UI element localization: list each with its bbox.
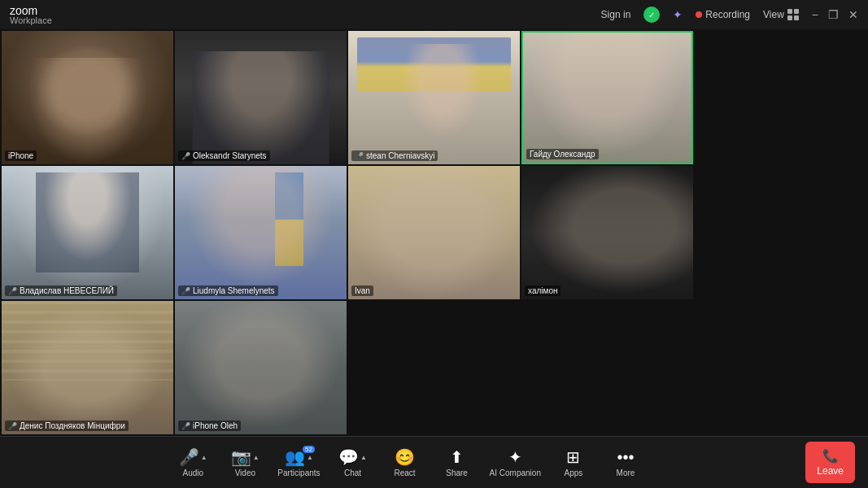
chat-icon: 💬 bbox=[338, 447, 359, 467]
participant-name-iphone: iPhone bbox=[5, 150, 37, 161]
participant-name-pozdnyakov: 🎤 Денис Поздняков Мінцифри bbox=[5, 420, 129, 431]
participant-cell-iphone: iPhone bbox=[2, 31, 173, 164]
toolbar: 🎤 ▲ Audio 📷 ▲ Video 👥 52 ▲ Participants … bbox=[0, 436, 868, 488]
leave-label: Leave bbox=[817, 465, 844, 477]
title-bar-right: Sign in ✓ ✦ Recording View − ❐ ✕ bbox=[601, 7, 858, 23]
audio-icon: 🎤 bbox=[179, 447, 199, 467]
title-bar: zoom Workplace Sign in ✓ ✦ Recording Vie… bbox=[0, 0, 868, 29]
app-logo: zoom Workplace bbox=[10, 5, 52, 25]
audio-button[interactable]: 🎤 ▲ Audio bbox=[168, 444, 217, 481]
minimize-button[interactable]: − bbox=[812, 8, 818, 21]
participants-chevron: ▲ bbox=[307, 454, 313, 461]
sparkle-icon: ✦ bbox=[673, 8, 683, 21]
participant-cell-iphone-oleh: 🎤 iPhone Oleh bbox=[175, 301, 347, 434]
participant-cell-nevesely: 🎤 Владислав НЕВЕСЕЛИЙ bbox=[2, 166, 173, 299]
grid-view-icon bbox=[787, 9, 799, 20]
participant-cell-pozdnyakov: 🎤 Денис Поздняков Мінцифри bbox=[2, 301, 173, 434]
participant-cell-shemelynets: 🎤 Liudmyla Shemelynets bbox=[175, 166, 347, 299]
toolbar-right: 📞 Leave bbox=[805, 442, 855, 483]
participant-cell-khalimon: халімон bbox=[521, 166, 693, 299]
mic-muted-icon2: 🎤 bbox=[355, 152, 364, 160]
apps-label: Apps bbox=[565, 468, 583, 477]
chat-chevron: ▲ bbox=[360, 454, 367, 461]
share-button[interactable]: ⬆ Share bbox=[433, 444, 482, 481]
react-label: React bbox=[395, 468, 416, 477]
participants-button[interactable]: 👥 52 ▲ Participants bbox=[273, 444, 325, 481]
restore-button[interactable]: ❐ bbox=[828, 8, 839, 21]
apps-icon: ⊞ bbox=[566, 447, 580, 467]
participant-name-haydu: Гайду Олександр bbox=[526, 149, 599, 159]
mic-muted-icon6: 🎤 bbox=[181, 422, 190, 430]
video-chevron: ▲ bbox=[253, 454, 260, 461]
more-button[interactable]: ••• More bbox=[601, 445, 650, 481]
participant-cell-ivan: Ivan bbox=[348, 166, 520, 299]
participants-label: Participants bbox=[277, 468, 320, 477]
participant-cell-starynets: 🎤 Oleksandr Starynets bbox=[175, 31, 347, 164]
mic-muted-icon: 🎤 bbox=[181, 152, 190, 160]
participant-name-khalimon: халімон bbox=[525, 285, 560, 296]
participant-name-cherniavskyi: 🎤 stean Cherniavskyi bbox=[351, 150, 438, 161]
recording-indicator: Recording bbox=[696, 9, 750, 20]
leave-button[interactable]: 📞 Leave bbox=[805, 442, 855, 483]
participant-name-nevesely: 🎤 Владислав НЕВЕСЕЛИЙ bbox=[5, 285, 117, 296]
apps-button[interactable]: ⊞ Apps bbox=[549, 444, 598, 481]
chat-button[interactable]: 💬 ▲ Chat bbox=[329, 444, 377, 481]
react-icon: 😊 bbox=[395, 447, 415, 467]
video-icon: 📷 bbox=[231, 447, 251, 467]
leave-icon: 📞 bbox=[822, 448, 839, 464]
view-button[interactable]: View bbox=[763, 9, 799, 20]
react-button[interactable]: 😊 React bbox=[381, 444, 430, 481]
close-button[interactable]: ✕ bbox=[848, 8, 858, 21]
security-shield-icon[interactable]: ✓ bbox=[643, 7, 660, 23]
mic-muted-icon4: 🎤 bbox=[181, 287, 190, 295]
participant-cell-empty4 bbox=[521, 301, 693, 434]
ai-companion-label: AI Companion bbox=[490, 468, 541, 477]
toolbar-items: 🎤 ▲ Audio 📷 ▲ Video 👥 52 ▲ Participants … bbox=[13, 444, 805, 481]
ai-companion-icon: ✦ bbox=[508, 447, 522, 467]
participant-name-iphone-oleh: 🎤 iPhone Oleh bbox=[178, 420, 241, 431]
mic-muted-icon3: 🎤 bbox=[8, 287, 17, 295]
audio-label: Audio bbox=[183, 468, 204, 477]
participant-name-shemelynets: 🎤 Liudmyla Shemelynets bbox=[178, 285, 278, 296]
video-button[interactable]: 📷 ▲ Video bbox=[220, 444, 269, 481]
video-grid: iPhone 🎤 Oleksandr Starynets 🎤 stean Che… bbox=[0, 29, 868, 436]
participant-cell-empty1 bbox=[695, 31, 866, 164]
window-controls: − ❐ ✕ bbox=[812, 8, 858, 21]
participant-cell-empty3 bbox=[348, 301, 520, 434]
audio-chevron: ▲ bbox=[201, 454, 207, 461]
more-icon: ••• bbox=[617, 448, 634, 467]
sign-in-button[interactable]: Sign in bbox=[601, 9, 631, 20]
chat-label: Chat bbox=[344, 468, 361, 477]
share-label: Share bbox=[446, 468, 468, 477]
participants-count-badge: 52 bbox=[303, 446, 315, 453]
mic-muted-icon5: 🎤 bbox=[8, 422, 17, 430]
zoom-logo-text: zoom Workplace bbox=[10, 5, 52, 25]
participant-name-starynets: 🎤 Oleksandr Starynets bbox=[178, 150, 270, 161]
share-icon: ⬆ bbox=[450, 447, 464, 467]
participant-cell-haydu: Гайду Олександр bbox=[521, 31, 693, 164]
participant-cell-cherniavskyi: 🎤 stean Cherniavskyi bbox=[348, 31, 520, 164]
ai-companion-button[interactable]: ✦ AI Companion bbox=[485, 444, 546, 481]
recording-dot bbox=[696, 11, 702, 18]
more-label: More bbox=[617, 468, 635, 477]
video-label: Video bbox=[235, 468, 255, 477]
participant-cell-empty2 bbox=[695, 166, 866, 299]
participant-name-ivan: Ivan bbox=[351, 285, 373, 296]
